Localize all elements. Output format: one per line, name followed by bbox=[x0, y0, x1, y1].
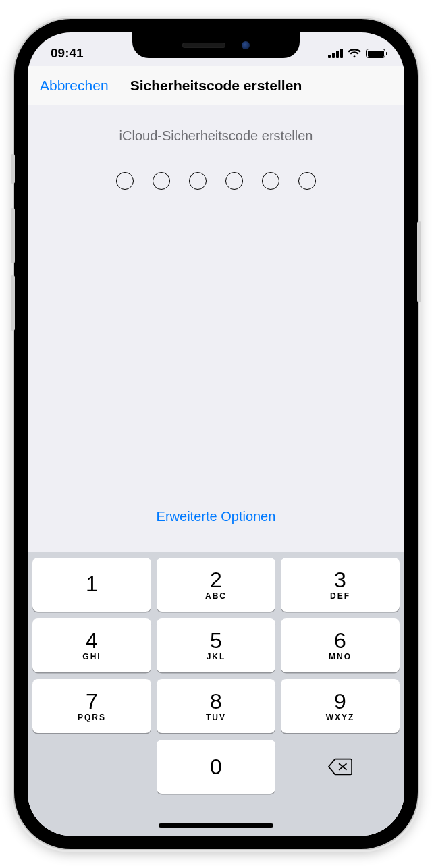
screen: 09:41 Abbrechen Sicherheitscode erstelle… bbox=[28, 32, 404, 836]
home-indicator[interactable] bbox=[159, 823, 273, 828]
backspace-icon bbox=[327, 757, 353, 776]
cellular-signal-icon bbox=[328, 49, 343, 58]
keypad-digit: 2 bbox=[210, 569, 222, 591]
keypad-backspace[interactable] bbox=[281, 740, 400, 794]
keypad-0[interactable]: 0 bbox=[157, 740, 275, 794]
keypad-spacer bbox=[32, 740, 151, 794]
keypad-1[interactable]: 1 bbox=[32, 558, 151, 612]
content-area: iCloud-Sicherheitscode erstellen Erweite… bbox=[28, 105, 404, 836]
volume-down-button bbox=[11, 275, 15, 331]
keypad-6[interactable]: 6 MNO bbox=[281, 618, 400, 672]
keypad-7[interactable]: 7 PQRS bbox=[32, 679, 151, 733]
battery-icon bbox=[366, 49, 385, 58]
keypad-5[interactable]: 5 JKL bbox=[157, 618, 275, 672]
notch bbox=[132, 32, 300, 58]
keypad-letters: MNO bbox=[329, 653, 352, 661]
keypad-digit: 0 bbox=[210, 756, 222, 778]
keypad-letters: PQRS bbox=[78, 713, 106, 722]
keypad-9[interactable]: 9 WXYZ bbox=[281, 679, 400, 733]
keypad-letters: WXYZ bbox=[326, 713, 355, 722]
keypad-digit: 8 bbox=[210, 690, 222, 712]
passcode-dot bbox=[189, 172, 207, 190]
keypad-letters: ABC bbox=[205, 592, 227, 600]
front-camera bbox=[242, 41, 250, 49]
numeric-keyboard: 1 2 ABC 3 DEF 4 GHI bbox=[28, 552, 404, 836]
passcode-dot bbox=[116, 172, 134, 190]
navigation-bar: Abbrechen Sicherheitscode erstellen bbox=[28, 66, 404, 106]
keypad-3[interactable]: 3 DEF bbox=[281, 558, 400, 612]
cancel-button[interactable]: Abbrechen bbox=[40, 78, 109, 94]
passcode-dot bbox=[153, 172, 170, 190]
keypad-digit: 3 bbox=[334, 569, 346, 591]
mute-switch bbox=[11, 154, 15, 184]
volume-up-button bbox=[11, 208, 15, 263]
keypad-digit: 7 bbox=[86, 690, 98, 712]
power-button bbox=[417, 221, 421, 302]
keypad-letters: GHI bbox=[82, 653, 101, 661]
keypad-4[interactable]: 4 GHI bbox=[32, 618, 151, 672]
keypad-8[interactable]: 8 TUV bbox=[157, 679, 275, 733]
phone-frame: 09:41 Abbrechen Sicherheitscode erstelle… bbox=[14, 19, 418, 849]
keypad-digit: 5 bbox=[210, 630, 222, 651]
keypad-digit: 9 bbox=[334, 690, 346, 712]
status-time: 09:41 bbox=[51, 46, 84, 61]
keypad-letters: TUV bbox=[206, 713, 226, 722]
keypad-digit: 6 bbox=[334, 630, 346, 651]
prompt-label: iCloud-Sicherheitscode erstellen bbox=[28, 128, 404, 144]
passcode-dot bbox=[225, 172, 243, 190]
keypad-letters: JKL bbox=[207, 653, 226, 661]
passcode-dot bbox=[262, 172, 279, 190]
keypad-2[interactable]: 2 ABC bbox=[157, 558, 275, 612]
keypad-digit: 4 bbox=[86, 630, 98, 651]
speaker-grille bbox=[182, 43, 225, 48]
keypad-digit: 1 bbox=[86, 573, 98, 595]
page-title: Sicherheitscode erstellen bbox=[130, 78, 302, 94]
passcode-dot bbox=[298, 172, 316, 190]
wifi-icon bbox=[348, 49, 361, 58]
keypad-letters: DEF bbox=[330, 592, 350, 600]
passcode-dots bbox=[28, 172, 404, 190]
advanced-options-button[interactable]: Erweiterte Optionen bbox=[28, 509, 404, 524]
